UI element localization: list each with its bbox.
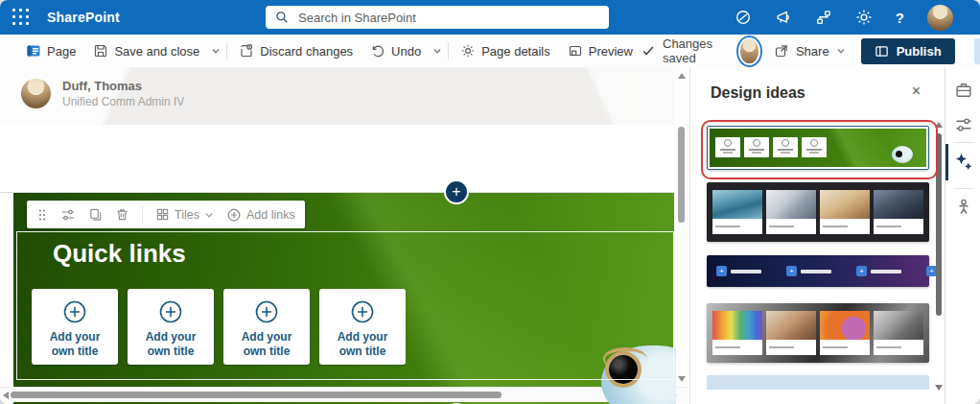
page-menu-button[interactable]: Page (17, 35, 84, 67)
settings-gear-icon[interactable] (855, 9, 873, 26)
scroll-left-arrow[interactable] (3, 392, 9, 399)
app-title: SharePoint (47, 10, 120, 25)
undo-label: Undo (391, 44, 421, 59)
save-status-text: Changes saved (663, 36, 725, 65)
add-section-button-top[interactable]: + (444, 179, 469, 204)
design-option-compact-list[interactable]: + + + + (707, 255, 929, 287)
delete-icon[interactable] (115, 207, 129, 222)
add-tile-plus-icon (62, 299, 87, 324)
add-links-label: Add links (246, 208, 295, 222)
tile-label: Add your own title (38, 330, 111, 359)
toolbox-icon[interactable] (954, 81, 973, 100)
mini-frog-image (892, 146, 913, 163)
panel-scroll-thumb[interactable] (936, 133, 942, 316)
image-card-row (712, 311, 923, 355)
plus-icon: + (452, 184, 460, 200)
undo-icon (370, 43, 385, 59)
page-header-band: Duff, Thomas Unified Comm Admin IV (0, 67, 674, 125)
design-panel-title: Design ideas (711, 84, 805, 102)
app-launcher-icon[interactable] (12, 9, 30, 26)
page-author: Duff, Thomas Unified Comm Admin IV (21, 79, 184, 108)
collapse-toolbar-button[interactable] (974, 38, 980, 64)
copilot-icon[interactable] (735, 9, 752, 26)
author-title: Unified Comm Admin IV (62, 95, 184, 108)
suite-bar: SharePoint ? (0, 0, 980, 35)
webpart-toolbar: Tiles Add links (27, 201, 305, 228)
quick-link-tile[interactable]: Add your own title (319, 289, 406, 365)
add-tile-plus-icon (254, 299, 279, 324)
mini-tiles (715, 137, 827, 157)
horizontal-scroll-thumb[interactable] (11, 392, 502, 398)
webpart-title[interactable]: Quick links (53, 239, 186, 269)
design-option-partial[interactable] (707, 375, 929, 390)
command-bar-right: Changes saved Share Publish (642, 36, 980, 65)
page-icon (26, 43, 41, 59)
design-option-quick-links-tiles[interactable] (707, 126, 929, 170)
quick-link-tile[interactable]: Add your own title (223, 289, 310, 365)
close-panel-icon[interactable]: × (912, 83, 921, 100)
help-icon[interactable]: ? (896, 10, 904, 26)
share-button[interactable]: Share (774, 43, 846, 59)
toolbar-divider (142, 206, 143, 224)
quick-links-tiles: Add your own title Add your own title Ad… (32, 289, 406, 365)
design-ideas-panel: Design ideas × (689, 67, 945, 404)
search-box[interactable] (266, 6, 609, 29)
search-input[interactable] (296, 10, 609, 26)
account-avatar[interactable] (927, 5, 953, 31)
preview-icon (568, 43, 583, 59)
preview-label: Preview (589, 44, 633, 59)
save-status: Changes saved (642, 36, 725, 65)
save-icon (93, 43, 108, 59)
discard-changes-label: Discard changes (260, 44, 353, 59)
vertical-scroll-thumb[interactable] (678, 127, 685, 223)
add-links-plus-icon (226, 207, 242, 223)
add-links-button[interactable]: Add links (226, 207, 295, 223)
quick-links-webpart[interactable]: Tiles Add links Quick links (13, 193, 676, 404)
search-icon (275, 11, 289, 24)
megaphone-icon[interactable] (775, 9, 792, 26)
checkmark-icon (642, 44, 655, 58)
quick-link-tile[interactable]: Add your own title (32, 289, 118, 365)
share-icon (774, 43, 789, 59)
command-bar: Page Save and close Discard changes (0, 35, 980, 68)
design-option-image-cards-texture[interactable] (707, 303, 929, 363)
discard-changes-button[interactable]: Discard changes (230, 35, 362, 67)
edit-properties-icon[interactable] (60, 207, 76, 223)
undo-button[interactable]: Undo (362, 35, 430, 67)
design-ideas-sparkle-icon[interactable] (954, 152, 973, 171)
scroll-down-arrow[interactable] (678, 376, 686, 382)
canvas-vertical-scrollbar[interactable] (674, 67, 689, 387)
quick-link-tile[interactable]: Add your own title (128, 289, 214, 365)
rail-divider (953, 188, 973, 189)
connections-icon[interactable] (815, 9, 832, 26)
share-label: Share (796, 44, 829, 59)
preview-button[interactable]: Preview (559, 35, 642, 67)
page-details-button[interactable]: Page details (452, 35, 559, 67)
panel-scroll-down-arrow[interactable] (935, 385, 943, 391)
page-details-label: Page details (481, 44, 550, 59)
save-and-close-label: Save and close (114, 44, 199, 59)
properties-sliders-icon[interactable] (954, 115, 973, 134)
save-split-chevron-icon[interactable] (208, 46, 223, 56)
duplicate-icon[interactable] (88, 207, 103, 222)
editing-user-avatar[interactable] (740, 39, 758, 63)
drag-handle-icon[interactable] (36, 208, 48, 222)
figure-icon[interactable] (954, 198, 973, 217)
layout-picker-button[interactable]: Tiles (155, 207, 214, 222)
toolbar-divider (448, 42, 449, 59)
panel-scroll-up-arrow[interactable] (935, 122, 943, 128)
panel-scrollbar[interactable] (933, 120, 945, 404)
publish-label: Publish (897, 44, 942, 59)
canvas-horizontal-scrollbar[interactable] (0, 387, 688, 402)
tile-label: Add your own title (326, 330, 399, 359)
scroll-up-arrow[interactable] (678, 73, 686, 79)
author-avatar (21, 79, 51, 108)
frog-image (601, 340, 676, 404)
save-and-close-button[interactable]: Save and close (84, 35, 208, 67)
undo-split-chevron-icon[interactable] (430, 46, 445, 56)
design-option-image-cards-dark[interactable] (707, 182, 929, 242)
toolbar-divider (226, 42, 227, 59)
tile-label: Add your own title (230, 330, 303, 359)
command-bar-left: Page Save and close Discard changes (17, 35, 642, 67)
publish-button[interactable]: Publish (861, 38, 955, 64)
